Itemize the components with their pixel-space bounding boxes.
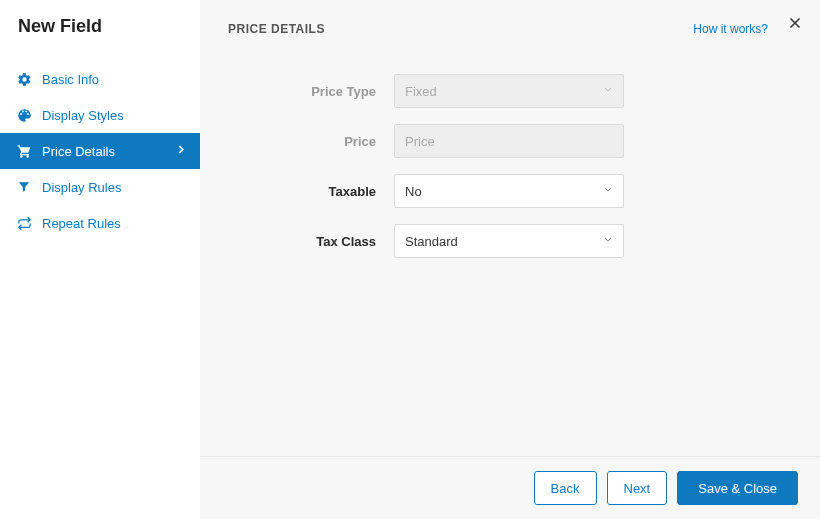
- sidebar-item-label: Price Details: [42, 144, 115, 159]
- sidebar-item-basic-info[interactable]: Basic Info: [0, 61, 200, 97]
- sidebar-item-display-styles[interactable]: Display Styles: [0, 97, 200, 133]
- palette-icon: [16, 107, 32, 123]
- help-link[interactable]: How it works?: [693, 22, 768, 36]
- sidebar-item-label: Basic Info: [42, 72, 99, 87]
- price-type-select: Fixed: [394, 74, 624, 108]
- sidebar-item-display-rules[interactable]: Display Rules: [0, 169, 200, 205]
- back-button[interactable]: Back: [534, 471, 597, 505]
- tax-class-select[interactable]: Standard: [394, 224, 624, 258]
- repeat-icon: [16, 215, 32, 231]
- taxable-label: Taxable: [228, 184, 376, 199]
- taxable-select[interactable]: No: [394, 174, 624, 208]
- next-button[interactable]: Next: [607, 471, 668, 505]
- price-input: [394, 124, 624, 158]
- sidebar-item-repeat-rules[interactable]: Repeat Rules: [0, 205, 200, 241]
- tax-class-label: Tax Class: [228, 234, 376, 249]
- save-close-button[interactable]: Save & Close: [677, 471, 798, 505]
- section-title: PRICE DETAILS: [228, 22, 325, 36]
- sidebar-item-label: Display Rules: [42, 180, 121, 195]
- close-button[interactable]: [786, 14, 804, 35]
- sidebar-item-label: Display Styles: [42, 108, 124, 123]
- chevron-right-icon: [174, 143, 188, 160]
- gear-icon: [16, 71, 32, 87]
- sidebar-item-price-details[interactable]: Price Details: [0, 133, 200, 169]
- filter-icon: [16, 179, 32, 195]
- close-icon: [786, 20, 804, 35]
- cart-icon: [16, 143, 32, 159]
- price-type-label: Price Type: [228, 84, 376, 99]
- sidebar-item-label: Repeat Rules: [42, 216, 121, 231]
- price-label: Price: [228, 134, 376, 149]
- page-title: New Field: [0, 16, 200, 61]
